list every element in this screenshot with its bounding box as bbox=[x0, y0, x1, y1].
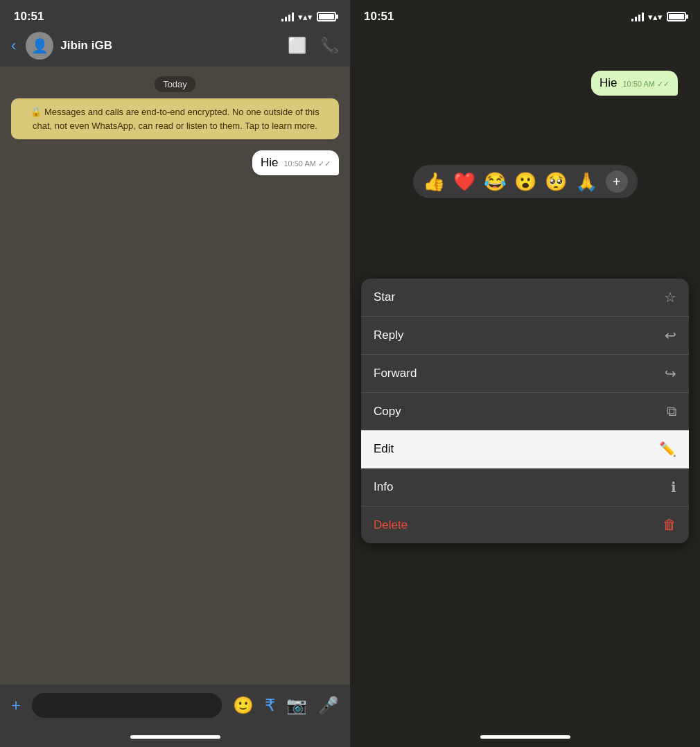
message-time: 10:50 AM ✓✓ bbox=[283, 159, 331, 168]
back-button[interactable]: ‹ bbox=[11, 37, 16, 55]
delete-icon: 🗑 bbox=[663, 517, 676, 533]
menu-item-reply[interactable]: Reply ↩ bbox=[361, 317, 689, 355]
message-bubble[interactable]: Hie 10:50 AM ✓✓ bbox=[252, 150, 339, 175]
contact-name: Jibin iGB bbox=[60, 39, 281, 53]
reply-icon: ↩ bbox=[665, 327, 676, 344]
mic-icon[interactable]: 🎤 bbox=[318, 696, 339, 715]
emoji-thumbsup[interactable]: 👍 bbox=[423, 171, 445, 193]
menu-label-star: Star bbox=[374, 290, 395, 304]
right-battery-icon bbox=[667, 12, 686, 21]
battery-icon bbox=[317, 12, 336, 21]
emoji-wow[interactable]: 😮 bbox=[514, 171, 536, 193]
wifi-icon: ▾▴▾ bbox=[298, 12, 313, 22]
right-status-bar: 10:51 ▾▴▾ bbox=[350, 0, 700, 29]
left-time: 10:51 bbox=[14, 10, 44, 24]
message-text: Hie bbox=[261, 156, 279, 170]
left-chat-area: Today 🔒 Messages and calls are end-to-en… bbox=[0, 67, 350, 685]
phone-call-icon[interactable]: 📞 bbox=[320, 37, 339, 55]
home-bar bbox=[130, 735, 220, 739]
emoji-reaction-row: 👍 ❤️ 😂 😮 🥺 🙏 + bbox=[413, 165, 638, 198]
right-chat-area: Hie 10:50 AM ✓✓ 👍 ❤️ 😂 😮 🥺 🙏 + Star ☆ bbox=[350, 29, 700, 726]
right-signal-icon bbox=[631, 12, 644, 21]
left-status-bar: 10:51 ▾▴▾ bbox=[0, 0, 350, 29]
info-icon: ℹ bbox=[671, 479, 676, 495]
right-message-bubble[interactable]: Hie 10:50 AM ✓✓ bbox=[591, 71, 678, 96]
encryption-notice[interactable]: 🔒 Messages and calls are end-to-end encr… bbox=[11, 98, 339, 139]
emoji-more-button[interactable]: + bbox=[606, 170, 628, 193]
emoji-pray[interactable]: 🙏 bbox=[575, 171, 597, 193]
menu-item-info[interactable]: Info ℹ bbox=[361, 468, 689, 507]
avatar: 👤 bbox=[26, 32, 53, 60]
right-status-icons: ▾▴▾ bbox=[631, 12, 686, 22]
menu-label-copy: Copy bbox=[374, 405, 401, 419]
menu-item-copy[interactable]: Copy ⧉ bbox=[361, 393, 689, 430]
home-indicator bbox=[0, 726, 350, 747]
left-bottom-bar: + 🙂 ₹ 📷 🎤 bbox=[0, 685, 350, 726]
menu-item-edit[interactable]: Edit ✏️ bbox=[361, 430, 689, 468]
payment-icon[interactable]: ₹ bbox=[265, 696, 275, 715]
star-icon: ☆ bbox=[664, 289, 676, 306]
menu-item-delete[interactable]: Delete 🗑 bbox=[361, 507, 689, 543]
video-call-icon[interactable]: ⬜ bbox=[288, 37, 306, 55]
nav-bar: ‹ 👤 Jibin iGB ⬜ 📞 bbox=[0, 29, 350, 67]
menu-item-forward[interactable]: Forward ↪ bbox=[361, 355, 689, 393]
right-home-bar bbox=[480, 735, 570, 739]
menu-label-reply: Reply bbox=[374, 328, 403, 342]
sticker-icon[interactable]: 🙂 bbox=[233, 696, 254, 715]
edit-icon: ✏️ bbox=[659, 441, 676, 457]
left-status-icons: ▾▴▾ bbox=[281, 12, 336, 22]
plus-icon[interactable]: + bbox=[11, 696, 21, 715]
context-menu: Star ☆ Reply ↩ Forward ↪ Copy ⧉ Edit ✏ bbox=[361, 279, 689, 543]
signal-icon bbox=[281, 12, 294, 21]
emoji-laugh[interactable]: 😂 bbox=[484, 171, 506, 193]
menu-label-delete: Delete bbox=[374, 518, 408, 532]
copy-icon: ⧉ bbox=[667, 403, 676, 419]
right-content: 10:51 ▾▴▾ Hie 10:50 AM ✓✓ 👍 ❤️ bbox=[350, 0, 700, 747]
date-label: Today bbox=[155, 78, 195, 90]
right-home-indicator bbox=[350, 726, 700, 747]
menu-item-star[interactable]: Star ☆ bbox=[361, 279, 689, 317]
emoji-pleading[interactable]: 🥺 bbox=[545, 171, 567, 193]
camera-icon[interactable]: 📷 bbox=[286, 696, 307, 715]
chat-input[interactable] bbox=[32, 693, 222, 718]
menu-label-forward: Forward bbox=[374, 367, 417, 380]
menu-label-info: Info bbox=[374, 480, 393, 494]
right-time: 10:51 bbox=[364, 10, 394, 24]
left-panel: 10:51 ▾▴▾ ‹ 👤 Jibin iGB ⬜ 📞 Today 🔒 Mess… bbox=[0, 0, 350, 747]
forward-icon: ↪ bbox=[665, 365, 676, 382]
right-message-text: Hie bbox=[600, 76, 618, 90]
menu-label-edit: Edit bbox=[374, 442, 394, 456]
right-message-time: 10:50 AM ✓✓ bbox=[622, 80, 670, 89]
emoji-heart[interactable]: ❤️ bbox=[453, 171, 475, 193]
right-panel: 10:51 ▾▴▾ Hie 10:50 AM ✓✓ 👍 ❤️ bbox=[350, 0, 700, 747]
nav-icons: ⬜ 📞 bbox=[288, 37, 339, 55]
right-wifi-icon: ▾▴▾ bbox=[648, 12, 663, 22]
